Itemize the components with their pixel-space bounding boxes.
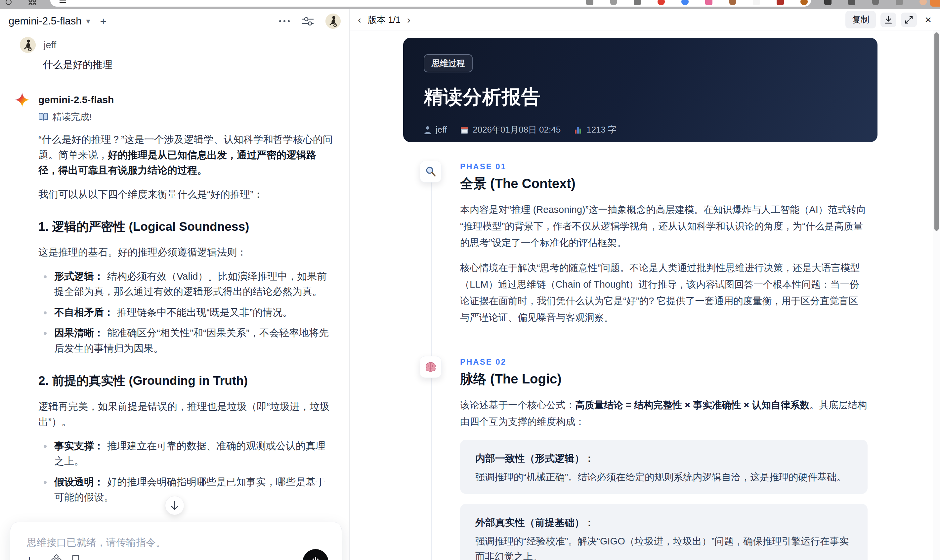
scrollbar-track[interactable] — [933, 31, 940, 560]
dimension-card: 内部一致性（形式逻辑）： 强调推理的“机械正确”。结论必须在给定的规则系统内逻辑… — [460, 440, 868, 494]
message-composer[interactable]: 思维接口已就绪，请传输指令。 + — [10, 522, 342, 560]
user-message-text: 什么是好的推理 — [43, 58, 333, 72]
phase-title: 全景 (The Context) — [460, 175, 868, 193]
browser-toolbar — [0, 0, 940, 9]
intro-paragraph: “什么是好的推理？”这是一个涉及逻辑学、认知科学和哲学核心的问题。简单来说，好的… — [39, 132, 334, 178]
voice-input-button[interactable] — [303, 549, 328, 560]
gemini-star-icon — [15, 92, 30, 108]
chat-header: gemini-2.5-flash ▾ + — [0, 9, 349, 33]
assistant-message: gemini-2.5-flash 精读完成! “什么是好的推理？”这是一个涉及逻… — [20, 92, 333, 560]
person-icon — [424, 126, 431, 134]
more-options-icon[interactable] — [279, 20, 290, 22]
list-item: 因果清晰：能准确区分“相关性”和“因果关系”，不会轻率地将先后发生的事情归为因果… — [39, 325, 334, 356]
section-bullets-2: 事实支撑：推理建立在可靠的数据、准确的观测或公认的真理之上。 假设透明：好的推理… — [39, 438, 334, 505]
phase-lead: 该论述基于一个核心公式：高质量结论 = 结构完整性 × 事实准确性 × 认知自律… — [460, 397, 868, 430]
expand-button[interactable] — [901, 12, 917, 27]
section-heading-2: 2. 前提的真实性 (Grounding in Truth) — [39, 371, 334, 390]
report-author: jeff — [424, 125, 447, 135]
report-word-count: 1213 字 — [574, 124, 616, 135]
sliders-icon[interactable] — [301, 15, 314, 27]
user-avatar[interactable] — [325, 14, 341, 29]
report-badge: 思维过程 — [424, 54, 473, 72]
user-name: jeff — [44, 40, 56, 51]
word-count-icon — [574, 126, 582, 134]
menu-icon[interactable] — [59, 0, 67, 5]
book-icon — [39, 113, 48, 122]
phase-section-2: PHASE 02 脉络 (The Logic) 该论述基于一个核心公式：高质量结… — [460, 357, 868, 560]
scrollbar-thumb[interactable] — [934, 32, 938, 231]
phase-section-1: PHASE 01 全景 (The Context) 本内容是对“推理 (Reas… — [460, 162, 868, 326]
phase-title: 脉络 (The Logic) — [460, 370, 868, 388]
calendar-icon — [460, 126, 468, 134]
diamonds-icon[interactable] — [51, 554, 63, 560]
chevron-down-icon[interactable]: ▾ — [86, 17, 90, 26]
conversation-title[interactable]: gemini-2.5-flash — [9, 15, 82, 27]
report-hero-card: 思维过程 精读分析报告 jeff 2 — [403, 38, 877, 142]
dimension-card: 外部真实性（前提基础）： 强调推理的“经验校准”。解决“GIGO（垃圾进，垃圾出… — [460, 504, 868, 560]
report-document: 思维过程 精读分析报告 jeff 2 — [350, 31, 933, 560]
brain-icon — [420, 356, 442, 378]
composer-placeholder[interactable]: 思维接口已就绪，请传输指令。 — [27, 536, 166, 549]
chat-messages: jeff 什么是好的推理 — [0, 33, 349, 560]
assistant-markdown: “什么是好的推理？”这是一个涉及逻辑学、认知科学和哲学核心的问题。简单来说，好的… — [39, 132, 334, 560]
list-item: 形式逻辑：结构必须有效（Valid）。比如演绎推理中，如果前提全部为真，那么通过… — [39, 269, 334, 300]
assistant-status: 精读完成! — [39, 111, 333, 123]
phase-paragraph: 本内容是对“推理 (Reasoning)”这一抽象概念的高层建模。在知识爆炸与人… — [460, 202, 868, 251]
section-desc-2: 逻辑再完美，如果前提是错误的，推理也是垃圾（即“垃圾进，垃圾出”）。 — [39, 399, 334, 430]
user-avatar — [20, 37, 36, 53]
version-label: 版本 1/1 — [368, 14, 401, 26]
list-item: 事实支撑：推理建立在可靠的数据、准确的观测或公认的真理之上。 — [39, 438, 334, 469]
scroll-to-bottom-button[interactable] — [165, 496, 184, 515]
browser-reload-icon[interactable] — [5, 0, 12, 5]
report-date: 2026年01月08日 02:45 — [460, 124, 561, 135]
corner-extension-icon[interactable] — [930, 0, 940, 7]
user-message: jeff 什么是好的推理 — [20, 37, 333, 72]
previous-version-button[interactable]: ‹ — [356, 15, 362, 25]
report-title: 精读分析报告 — [424, 84, 857, 110]
list-item: 不自相矛盾：推理链条中不能出现“既是又非”的情况。 — [39, 305, 334, 320]
extension-icons[interactable] — [586, 0, 927, 5]
arrow-down-icon — [170, 500, 179, 511]
section-desc-1: 这是推理的基石。好的推理必须遵循逻辑法则： — [39, 245, 334, 260]
app-window: gemini-2.5-flash ▾ + — [0, 9, 940, 560]
artifact-header: ‹ 版本 1/1 › 复制 × — [350, 9, 940, 31]
bookmark-icon[interactable] — [71, 555, 80, 560]
browser-grid-icon[interactable] — [28, 0, 37, 5]
dimension-cards: 内部一致性（形式逻辑）： 强调推理的“机械正确”。结论必须在给定的规则系统内逻辑… — [460, 440, 868, 560]
download-button[interactable] — [880, 12, 896, 27]
close-icon[interactable]: × — [922, 13, 935, 26]
chat-panel: gemini-2.5-flash ▾ + — [0, 9, 350, 560]
assistant-name: gemini-2.5-flash — [39, 94, 114, 105]
assistant-status-text: 精读完成! — [52, 111, 92, 123]
section-heading-1: 1. 逻辑的严密性 (Logical Soundness) — [39, 217, 334, 236]
search-icon — [420, 161, 442, 183]
screen: gemini-2.5-flash ▾ + — [0, 0, 940, 560]
new-chat-button[interactable]: + — [100, 15, 107, 27]
lead-paragraph: 我们可以从以下四个维度来衡量什么是“好的推理”： — [39, 187, 334, 202]
divider — [42, 555, 42, 560]
phase-paragraph: 核心情境在于解决“思考的随意性”问题。不论是人类通过批判性思维进行决策，还是大语… — [460, 260, 868, 326]
waveform-icon — [309, 556, 322, 560]
artifact-panel: ‹ 版本 1/1 › 复制 × — [350, 9, 940, 560]
phase-kicker: PHASE 01 — [460, 162, 868, 171]
phase-kicker: PHASE 02 — [460, 357, 868, 367]
list-item: 假设透明：好的推理会明确指明哪些是已知事实，哪些是基于可能的假设。 — [39, 474, 334, 505]
section-bullets-1: 形式逻辑：结构必须有效（Valid）。比如演绎推理中，如果前提全部为真，那么通过… — [39, 269, 334, 356]
attach-plus-icon[interactable]: + — [25, 554, 33, 560]
next-version-button[interactable]: › — [406, 15, 412, 25]
copy-button[interactable]: 复制 — [845, 11, 876, 28]
